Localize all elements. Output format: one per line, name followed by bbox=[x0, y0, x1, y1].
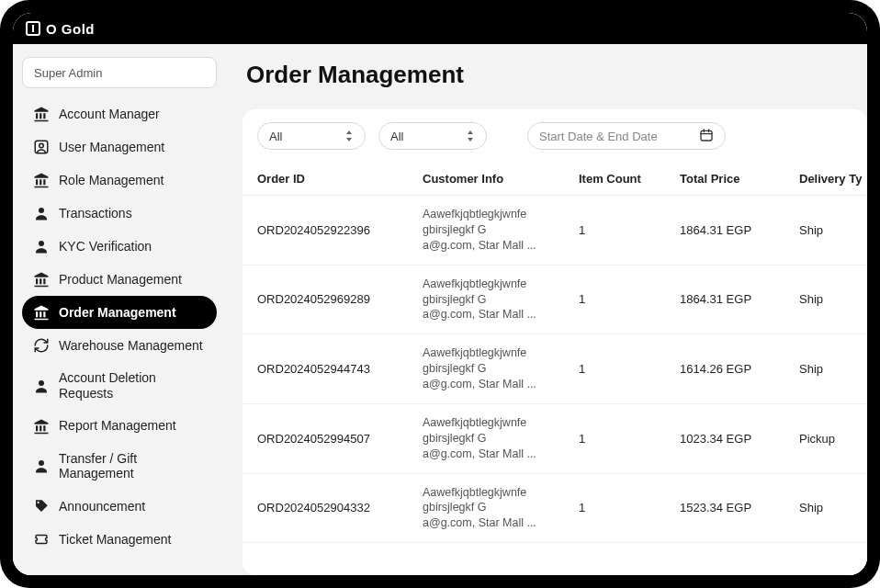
sidebar: Super Admin Account ManagerUser Manageme… bbox=[13, 44, 226, 575]
bank-icon bbox=[33, 418, 50, 435]
device-frame: O Gold Super Admin Account ManagerUser M… bbox=[0, 0, 880, 588]
role-selector-value: Super Admin bbox=[34, 66, 102, 80]
content: Order Management All All Start Date & En… bbox=[226, 44, 867, 575]
cell-item-count: 1 bbox=[579, 223, 680, 237]
col-customer-info: Customer Info bbox=[423, 172, 579, 186]
cell-delivery-type: Ship bbox=[799, 501, 867, 514]
main-wrap: Super Admin Account ManagerUser Manageme… bbox=[13, 44, 867, 575]
cell-delivery-type: Pickup bbox=[799, 432, 867, 446]
sidebar-item-order-management[interactable]: Order Management bbox=[22, 296, 217, 329]
cell-order-id: ORD2024052944743 bbox=[257, 362, 423, 376]
refresh-icon bbox=[33, 337, 50, 354]
table-row[interactable]: ORD2024052969289Aawefkjqbtlegkjwnfegbirs… bbox=[243, 266, 867, 335]
bank-icon bbox=[33, 271, 50, 288]
sidebar-item-label: Account Deletion Requests bbox=[59, 370, 206, 401]
table-row[interactable]: ORD2024052922396Aawefkjqbtlegkjwnfegbirs… bbox=[243, 196, 867, 266]
user-box-icon bbox=[33, 139, 50, 155]
col-delivery-type: Delivery Ty bbox=[799, 172, 867, 186]
date-range-picker[interactable]: Start Date & End Date bbox=[527, 122, 726, 150]
sidebar-item-label: Warehouse Management bbox=[59, 338, 206, 354]
svg-rect-6 bbox=[701, 130, 712, 141]
cell-customer-info: Aawefkjqbtlegkjwnfegbirsjlegkf Ga@g.com,… bbox=[423, 207, 579, 254]
sidebar-item-ticket-management[interactable]: Ticket Management bbox=[22, 523, 217, 556]
sidebar-item-transfer-gift-management[interactable]: Transfer / Gift Management bbox=[22, 443, 217, 491]
person-icon bbox=[33, 238, 50, 254]
date-range-placeholder: Start Date & End Date bbox=[539, 130, 658, 143]
filter-select-1-value: All bbox=[269, 130, 282, 143]
sidebar-item-label: Order Management bbox=[59, 305, 206, 321]
sidebar-item-announcement[interactable]: Announcement bbox=[22, 490, 217, 523]
sidebar-item-report-management[interactable]: Report Management bbox=[22, 410, 217, 443]
cell-delivery-type: Ship bbox=[799, 223, 867, 237]
sidebar-item-label: Product Management bbox=[59, 272, 206, 288]
sidebar-item-label: Report Management bbox=[59, 418, 206, 434]
cell-customer-info: Aawefkjqbtlegkjwnfegbirsjlegkf Ga@g.com,… bbox=[423, 415, 579, 462]
sidebar-item-label: Role Management bbox=[59, 173, 206, 188]
sidebar-item-account-deletion-requests[interactable]: Account Deletion Requests bbox=[22, 362, 217, 410]
cell-order-id: ORD2024052994507 bbox=[257, 432, 423, 446]
sidebar-item-kyc-verification[interactable]: KYC Verification bbox=[22, 230, 217, 263]
sidebar-item-label: Announcement bbox=[59, 499, 206, 514]
sidebar-item-label: Transfer / Gift Management bbox=[59, 451, 206, 482]
table-row[interactable]: ORD2024052944743Aawefkjqbtlegkjwnfegbirs… bbox=[243, 334, 867, 404]
svg-point-1 bbox=[39, 143, 44, 148]
filter-select-2-value: All bbox=[390, 130, 403, 143]
sidebar-item-label: Account Manager bbox=[59, 107, 206, 122]
brand-text: O Gold bbox=[46, 21, 95, 37]
filters-row: All All Start Date & End Date bbox=[243, 122, 867, 163]
cell-item-count: 1 bbox=[579, 362, 680, 376]
screen: O Gold Super Admin Account ManagerUser M… bbox=[13, 13, 867, 575]
cell-item-count: 1 bbox=[579, 501, 680, 514]
sidebar-item-product-management[interactable]: Product Management bbox=[22, 263, 217, 296]
col-total-price: Total Price bbox=[680, 172, 799, 186]
page-title: Order Management bbox=[243, 61, 867, 89]
cell-total-price: 1614.26 EGP bbox=[680, 362, 799, 376]
cell-customer-info: Aawefkjqbtlegkjwnfegbirsjlegkf Ga@g.com,… bbox=[423, 345, 579, 392]
role-selector[interactable]: Super Admin bbox=[22, 57, 217, 88]
cell-total-price: 1023.34 EGP bbox=[680, 432, 799, 446]
table-header: Order ID Customer Info Item Count Total … bbox=[243, 163, 867, 196]
brand-mark-icon bbox=[26, 21, 40, 36]
sidebar-item-label: Ticket Management bbox=[59, 532, 206, 548]
sidebar-item-label: KYC Verification bbox=[59, 239, 206, 254]
cell-item-count: 1 bbox=[579, 432, 680, 446]
cell-customer-info: Aawefkjqbtlegkjwnfegbirsjlegkf Ga@g.com,… bbox=[423, 277, 579, 323]
sidebar-item-user-management[interactable]: User Management bbox=[22, 130, 217, 164]
nav-list: Account ManagerUser ManagementRole Manag… bbox=[22, 97, 217, 556]
table-row[interactable]: ORD2024052904332Aawefkjqbtlegkjwnfegbirs… bbox=[243, 474, 867, 544]
svg-point-2 bbox=[39, 208, 44, 213]
svg-point-5 bbox=[39, 460, 44, 466]
orders-table: Order ID Customer Info Item Count Total … bbox=[243, 163, 867, 575]
bank-icon bbox=[33, 172, 50, 188]
svg-point-4 bbox=[39, 380, 44, 386]
sidebar-item-role-management[interactable]: Role Management bbox=[22, 164, 217, 197]
chevron-updown-icon bbox=[344, 130, 354, 142]
tag-icon bbox=[33, 498, 50, 514]
chevron-updown-icon bbox=[466, 130, 475, 142]
sidebar-item-label: User Management bbox=[59, 140, 206, 155]
svg-point-3 bbox=[39, 241, 44, 246]
sidebar-item-transactions[interactable]: Transactions bbox=[22, 197, 217, 230]
sidebar-item-account-manager[interactable]: Account Manager bbox=[22, 97, 217, 130]
topbar: O Gold bbox=[13, 13, 867, 44]
person-icon bbox=[33, 378, 50, 394]
cell-delivery-type: Ship bbox=[799, 292, 867, 306]
cell-total-price: 1864.31 EGP bbox=[680, 223, 799, 237]
filter-select-1[interactable]: All bbox=[257, 122, 366, 150]
ticket-icon bbox=[33, 531, 50, 548]
cell-item-count: 1 bbox=[579, 292, 680, 306]
calendar-icon bbox=[699, 128, 714, 145]
sidebar-item-warehouse-management[interactable]: Warehouse Management bbox=[22, 329, 217, 362]
cell-total-price: 1523.34 EGP bbox=[680, 501, 799, 514]
table-row[interactable]: ORD2024052994507Aawefkjqbtlegkjwnfegbirs… bbox=[243, 404, 867, 474]
col-item-count: Item Count bbox=[579, 172, 680, 186]
cell-order-id: ORD2024052904332 bbox=[257, 501, 423, 514]
filter-select-2[interactable]: All bbox=[378, 122, 487, 150]
table-card: All All Start Date & End Date bbox=[243, 109, 867, 575]
cell-order-id: ORD2024052922396 bbox=[257, 223, 423, 237]
cell-total-price: 1864.31 EGP bbox=[680, 292, 799, 306]
sidebar-item-label: Transactions bbox=[59, 206, 206, 221]
col-order-id: Order ID bbox=[257, 172, 423, 186]
cell-delivery-type: Ship bbox=[799, 362, 867, 376]
cell-order-id: ORD2024052969289 bbox=[257, 292, 423, 306]
